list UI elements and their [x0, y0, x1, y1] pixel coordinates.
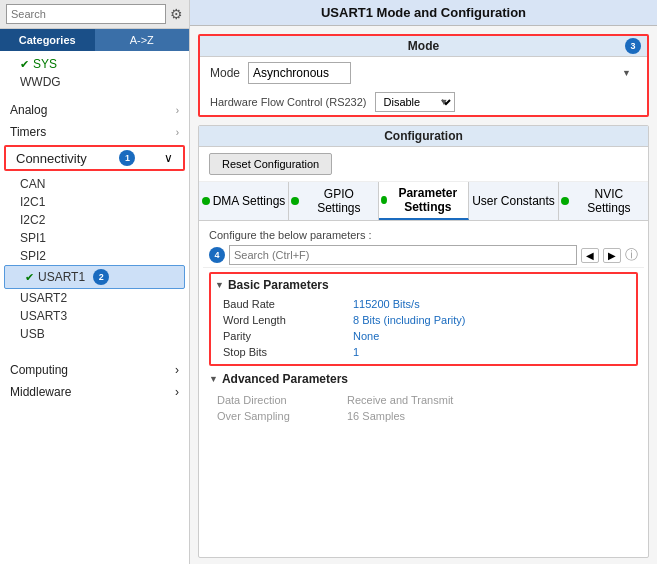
reset-btn-row: Reset Configuration: [199, 147, 648, 182]
sidebar-item-analog[interactable]: Analog ›: [0, 99, 189, 121]
sidebar-analog-label: Analog: [10, 103, 47, 117]
main-title: USART1 Mode and Configuration: [190, 0, 657, 26]
collapse-icon[interactable]: ▼: [215, 280, 224, 290]
computing-label: Computing: [10, 363, 68, 377]
sidebar-item-computing[interactable]: Computing ›: [0, 359, 189, 381]
tab-parameter-settings[interactable]: Parameter Settings: [379, 182, 469, 220]
param-row-word: Word Length 8 Bits (including Parity): [215, 312, 632, 328]
sidebar-search-input[interactable]: [6, 4, 166, 24]
sidebar-item-sys-label: SYS: [33, 57, 57, 71]
param-dot: [381, 196, 387, 204]
basic-params-group: ▼ Basic Parameters Baud Rate 115200 Bits…: [209, 272, 638, 366]
word-length-value: 8 Bits (including Parity): [353, 314, 466, 326]
sidebar-item-usb[interactable]: USB: [0, 325, 189, 343]
stop-bits-value: 1: [353, 346, 359, 358]
hw-flow-label: Hardware Flow Control (RS232): [210, 96, 367, 108]
search-params-row: 4 ◀ ▶ ⓘ: [203, 243, 644, 268]
mode-select-wrap: Asynchronous: [248, 62, 637, 84]
tab-a-z[interactable]: A->Z: [95, 29, 190, 51]
data-direction-label: Data Direction: [217, 394, 307, 406]
over-sampling-label: Over Sampling: [217, 410, 307, 422]
sidebar-item-can[interactable]: CAN: [0, 175, 189, 193]
tab-gpio-settings[interactable]: GPIO Settings: [289, 182, 379, 220]
mode-field-label: Mode: [210, 66, 240, 80]
basic-params-label: Basic Parameters: [228, 278, 329, 292]
connectivity-sub-items: CAN I2C1 I2C2 SPI1 SPI2 ✔ USART1 2 USART…: [0, 173, 189, 345]
adv-param-row-sampling: Over Sampling 16 Samples: [209, 408, 638, 424]
sidebar-item-wwdg[interactable]: WWDG: [0, 73, 189, 91]
gpio-dot: [291, 197, 299, 205]
chevron-right-icon: ›: [176, 127, 179, 138]
chevron-right-icon: ›: [175, 363, 179, 377]
mode-header-label: Mode: [408, 39, 439, 53]
sidebar-search-bar: ⚙: [0, 0, 189, 29]
main-content: USART1 Mode and Configuration Mode 3 Mod…: [190, 0, 657, 564]
word-length-label: Word Length: [223, 314, 313, 326]
sidebar-item-sys[interactable]: ✔ SYS: [0, 55, 189, 73]
settings-tabs: DMA Settings GPIO Settings Parameter Set…: [199, 182, 648, 221]
usart1-badge: 2: [93, 269, 109, 285]
adv-collapse-icon[interactable]: ▼: [209, 374, 218, 384]
sidebar-item-wwdg-label: WWDG: [20, 75, 61, 89]
gear-icon[interactable]: ⚙: [170, 6, 183, 22]
tab-categories[interactable]: Categories: [0, 29, 95, 51]
over-sampling-value: 16 Samples: [347, 410, 405, 422]
tab-user-label: User Constants: [472, 194, 555, 208]
tab-dma-label: DMA Settings: [213, 194, 286, 208]
info-icon: ⓘ: [625, 246, 638, 264]
param-row-stop: Stop Bits 1: [215, 344, 632, 360]
adv-param-row-direction: Data Direction Receive and Transmit: [209, 392, 638, 408]
search-params-input[interactable]: [229, 245, 577, 265]
sidebar-item-spi1[interactable]: SPI1: [0, 229, 189, 247]
config-header: Configuration: [199, 126, 648, 147]
usart2-label: USART2: [20, 291, 67, 305]
param-row-parity: Parity None: [215, 328, 632, 344]
config-section: Configuration Reset Configuration DMA Se…: [198, 125, 649, 558]
sidebar-item-i2c1[interactable]: I2C1: [0, 193, 189, 211]
sidebar-item-connectivity[interactable]: Connectivity 1 ∨: [4, 145, 185, 171]
usart1-label: USART1: [38, 270, 85, 284]
baud-rate-label: Baud Rate: [223, 298, 313, 310]
prev-param-button[interactable]: ◀: [581, 248, 599, 263]
basic-params-header: ▼ Basic Parameters: [215, 278, 632, 292]
check-icon: ✔: [20, 58, 29, 71]
reset-config-button[interactable]: Reset Configuration: [209, 153, 332, 175]
advanced-params-label: Advanced Parameters: [222, 372, 348, 386]
sidebar: ⚙ Categories A->Z ✔ SYS WWDG Analog › Ti…: [0, 0, 190, 564]
connectivity-label: Connectivity: [16, 151, 87, 166]
mode-badge: 3: [625, 38, 641, 54]
tab-param-label: Parameter Settings: [390, 186, 466, 214]
sidebar-item-timers[interactable]: Timers ›: [0, 121, 189, 143]
i2c2-label: I2C2: [20, 213, 45, 227]
param-row-baud: Baud Rate 115200 Bits/s: [215, 296, 632, 312]
data-direction-value: Receive and Transmit: [347, 394, 453, 406]
baud-rate-value: 115200 Bits/s: [353, 298, 420, 310]
sidebar-tabs: Categories A->Z: [0, 29, 189, 51]
advanced-params-header: ▼ Advanced Parameters: [209, 370, 638, 388]
spi1-label: SPI1: [20, 231, 46, 245]
sidebar-item-usart2[interactable]: USART2: [0, 289, 189, 307]
parity-label: Parity: [223, 330, 313, 342]
sidebar-item-i2c2[interactable]: I2C2: [0, 211, 189, 229]
config-body: Configure the below parameters : 4 ◀ ▶ ⓘ…: [199, 221, 648, 557]
tab-nvic-settings[interactable]: NVIC Settings: [559, 182, 648, 220]
hw-flow-select-wrap: Disable: [375, 92, 455, 112]
sidebar-item-usart1[interactable]: ✔ USART1 2: [4, 265, 185, 289]
chevron-right-icon: ›: [176, 105, 179, 116]
spi2-label: SPI2: [20, 249, 46, 263]
mode-header: Mode 3: [200, 36, 647, 57]
sidebar-item-spi2[interactable]: SPI2: [0, 247, 189, 265]
sidebar-item-usart3[interactable]: USART3: [0, 307, 189, 325]
next-param-button[interactable]: ▶: [603, 248, 621, 263]
tab-gpio-label: GPIO Settings: [302, 187, 376, 215]
tab-dma-settings[interactable]: DMA Settings: [199, 182, 289, 220]
hw-flow-select[interactable]: Disable: [375, 92, 455, 112]
sidebar-item-middleware[interactable]: Middleware ›: [0, 381, 189, 403]
advanced-params-group: ▼ Advanced Parameters Data Direction Rec…: [209, 370, 638, 424]
middleware-label: Middleware: [10, 385, 71, 399]
mode-select[interactable]: Asynchronous: [248, 62, 351, 84]
tab-user-constants[interactable]: User Constants: [469, 182, 559, 220]
dma-dot: [202, 197, 210, 205]
mode-section: Mode 3 Mode Asynchronous Hardware Flow C…: [198, 34, 649, 117]
config-desc: Configure the below parameters :: [203, 225, 644, 243]
